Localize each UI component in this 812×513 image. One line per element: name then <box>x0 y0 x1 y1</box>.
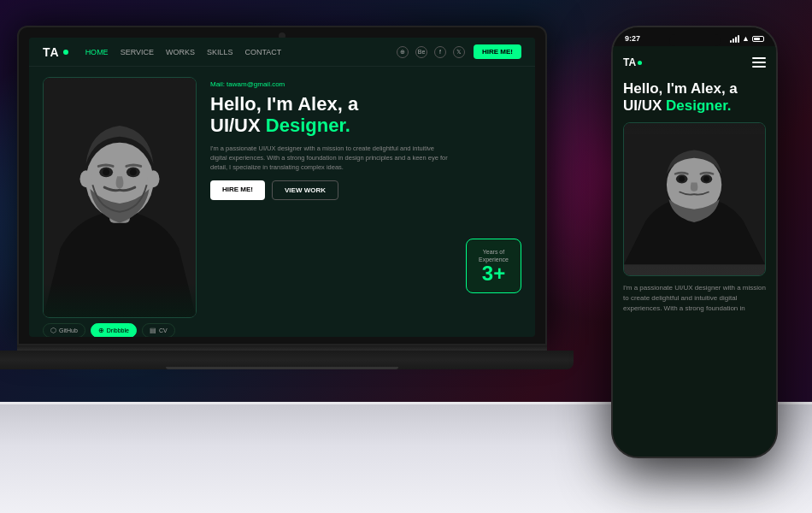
phone-status-bar: 9:27 ▲ <box>613 27 776 46</box>
hero-heading-line1: Hello, I'm Alex, a <box>210 93 358 115</box>
laptop: TA HOME SERVICE WORKS SKILLS CONTACT ⊕ B… <box>17 26 547 369</box>
nav-social-icons: ⊕ Be f 𝕏 <box>397 46 465 58</box>
nav-links: HOME SERVICE WORKS SKILLS CONTACT <box>85 48 397 56</box>
hamburger-menu-icon[interactable] <box>752 57 766 68</box>
behance-icon[interactable]: Be <box>415 46 427 58</box>
profile-photo-box <box>43 77 197 318</box>
hero-heading-accent: Designer. <box>266 115 350 136</box>
github-icon: ⬡ <box>50 327 56 334</box>
twitter-icon[interactable]: 𝕏 <box>453 46 465 58</box>
nav-contact[interactable]: CONTACT <box>245 48 282 56</box>
phone-time: 9:27 <box>625 34 640 43</box>
dynamic-island <box>669 34 721 46</box>
nav-home[interactable]: HOME <box>85 48 109 56</box>
exp-number: 3+ <box>479 263 509 284</box>
phone-logo-text: TA <box>623 56 636 68</box>
cv-pill[interactable]: ▤ CV <box>142 323 175 337</box>
nav-skills[interactable]: SKILLS <box>207 48 233 56</box>
person-photo <box>44 78 196 317</box>
nav-service[interactable]: SERVICE <box>121 48 154 56</box>
svg-point-15 <box>679 176 685 182</box>
dribbble-icon: ⊕ <box>98 327 104 334</box>
menu-line-3 <box>752 66 766 68</box>
logo-text: TA <box>43 45 60 59</box>
phone-device: 9:27 ▲ TA <box>611 26 778 458</box>
exp-label-line1: Years of <box>479 248 509 256</box>
github-pill[interactable]: ⬡ GitHub <box>43 323 85 337</box>
laptop-device: TA HOME SERVICE WORKS SKILLS CONTACT ⊕ B… <box>17 26 547 369</box>
facebook-icon[interactable]: f <box>434 46 446 58</box>
signal-icon <box>730 35 739 43</box>
phone-status-icons: ▲ <box>730 34 764 43</box>
site-logo: TA <box>43 45 68 59</box>
phone-heading-accent: Designer. <box>666 97 732 114</box>
cv-label: CV <box>159 327 168 333</box>
hire-me-cta-button[interactable]: HIRE ME! <box>210 180 265 200</box>
dribbble-pill[interactable]: ⊕ Dribbble <box>91 323 137 337</box>
phone-person-photo <box>624 123 765 275</box>
cta-buttons: HIRE ME! VIEW WORK <box>210 180 521 200</box>
phone-heading-line2: UI/UX <box>623 97 666 114</box>
battery-icon <box>752 36 764 42</box>
svg-point-7 <box>130 168 137 175</box>
person-svg <box>44 78 196 317</box>
logo-dot <box>63 50 68 55</box>
view-work-button[interactable]: VIEW WORK <box>272 180 338 200</box>
svg-point-8 <box>80 170 92 187</box>
svg-point-9 <box>148 170 160 187</box>
cv-icon: ▤ <box>150 327 156 334</box>
laptop-screen: TA HOME SERVICE WORKS SKILLS CONTACT ⊕ B… <box>29 38 535 337</box>
hire-me-button[interactable]: HIRE ME! <box>474 44 521 59</box>
svg-point-6 <box>103 168 109 175</box>
phone-heading-line1: Hello, I'm Alex, a <box>623 80 738 97</box>
hero-description: I'm a passionate UI/UX designer with a m… <box>210 144 450 173</box>
dribbble-label: Dribbble <box>107 327 129 333</box>
phone-description: I'm a passionate UI/UX designer with a m… <box>623 283 766 314</box>
left-column: ⬡ GitHub ⊕ Dribbble ▤ CV <box>43 77 197 326</box>
nav-works[interactable]: WORKS <box>166 48 195 56</box>
mail-text: Mail: tawam@gmail.com <box>210 80 521 88</box>
site-navbar: TA HOME SERVICE WORKS SKILLS CONTACT ⊕ B… <box>29 38 535 67</box>
menu-line-2 <box>752 62 766 63</box>
phone-logo-dot <box>638 61 642 65</box>
experience-badge: Years of Experience 3+ <box>466 239 521 293</box>
wifi-icon: ▲ <box>742 34 750 43</box>
phone-logo: TA <box>623 56 642 68</box>
svg-point-16 <box>703 176 709 182</box>
laptop-bezel: TA HOME SERVICE WORKS SKILLS CONTACT ⊕ B… <box>17 26 547 345</box>
phone-screen: TA Hello, I'm Alex, a UI/UX Designer. <box>613 46 776 457</box>
phone: 9:27 ▲ TA <box>611 26 778 458</box>
menu-line-1 <box>752 57 766 59</box>
site-body: ⬡ GitHub ⊕ Dribbble ▤ CV <box>29 67 535 336</box>
hero-heading-line2: UI/UX <box>210 115 266 136</box>
phone-navbar: TA <box>623 51 766 74</box>
laptop-base <box>0 351 574 369</box>
globe-icon[interactable]: ⊕ <box>397 46 409 58</box>
hero-heading: Hello, I'm Alex, a UI/UX Designer. <box>210 93 521 137</box>
social-pills: ⬡ GitHub ⊕ Dribbble ▤ CV <box>43 323 175 337</box>
phone-profile-photo <box>623 122 766 276</box>
github-label: GitHub <box>59 327 78 333</box>
phone-hero-heading: Hello, I'm Alex, a UI/UX Designer. <box>623 80 766 115</box>
phone-person-svg <box>624 123 765 275</box>
